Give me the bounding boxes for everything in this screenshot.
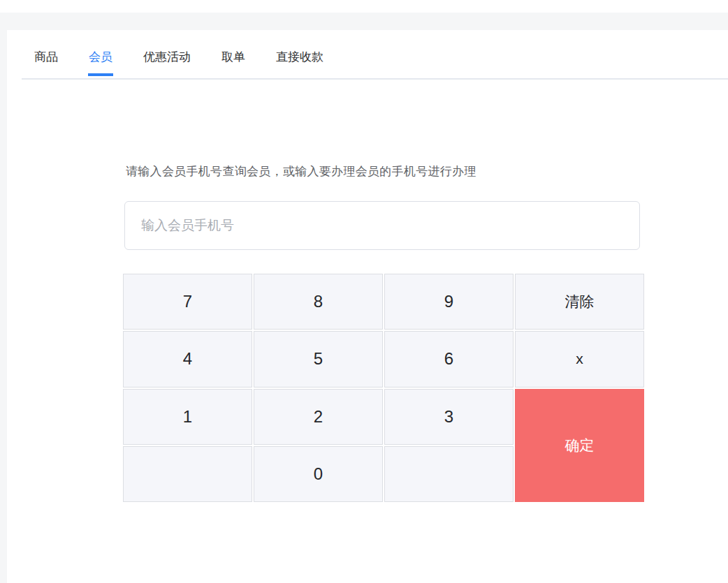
key-5[interactable]: 5 bbox=[254, 331, 383, 387]
tab-bar: 商品 会员 优惠活动 取单 直接收款 bbox=[22, 30, 728, 80]
key-7[interactable]: 7 bbox=[123, 274, 252, 330]
key-clear[interactable]: 清除 bbox=[515, 274, 644, 330]
key-3[interactable]: 3 bbox=[384, 389, 514, 445]
key-0[interactable]: 0 bbox=[254, 446, 383, 502]
key-2[interactable]: 2 bbox=[254, 389, 383, 445]
numeric-keypad: 7 8 9 清除 4 5 6 x 1 2 3 确定 0 bbox=[123, 274, 644, 502]
key-4[interactable]: 4 bbox=[123, 331, 252, 387]
key-8[interactable]: 8 bbox=[254, 274, 383, 330]
key-9[interactable]: 9 bbox=[384, 274, 514, 330]
main-card: 商品 会员 优惠活动 取单 直接收款 请输入会员手机号查询会员，或输入要办理会员… bbox=[7, 30, 728, 583]
tab-direct-payment[interactable]: 直接收款 bbox=[275, 50, 324, 65]
member-phone-input[interactable] bbox=[124, 201, 640, 250]
key-1[interactable]: 1 bbox=[123, 389, 252, 445]
key-6[interactable]: 6 bbox=[384, 331, 514, 387]
tab-member[interactable]: 会员 bbox=[88, 50, 113, 65]
tab-pickup-order[interactable]: 取单 bbox=[221, 50, 246, 65]
keypad-empty-cell bbox=[123, 446, 252, 502]
member-lookup-hint: 请输入会员手机号查询会员，或输入要办理会员的手机号进行办理 bbox=[126, 163, 476, 181]
key-confirm[interactable]: 确定 bbox=[515, 389, 644, 503]
keypad-empty-cell bbox=[384, 446, 514, 502]
key-backspace[interactable]: x bbox=[515, 331, 644, 387]
tab-promotions[interactable]: 优惠活动 bbox=[143, 50, 191, 65]
tab-goods[interactable]: 商品 bbox=[34, 50, 59, 65]
pos-app-window: 商品 会员 优惠活动 取单 直接收款 请输入会员手机号查询会员，或输入要办理会员… bbox=[0, 0, 728, 583]
